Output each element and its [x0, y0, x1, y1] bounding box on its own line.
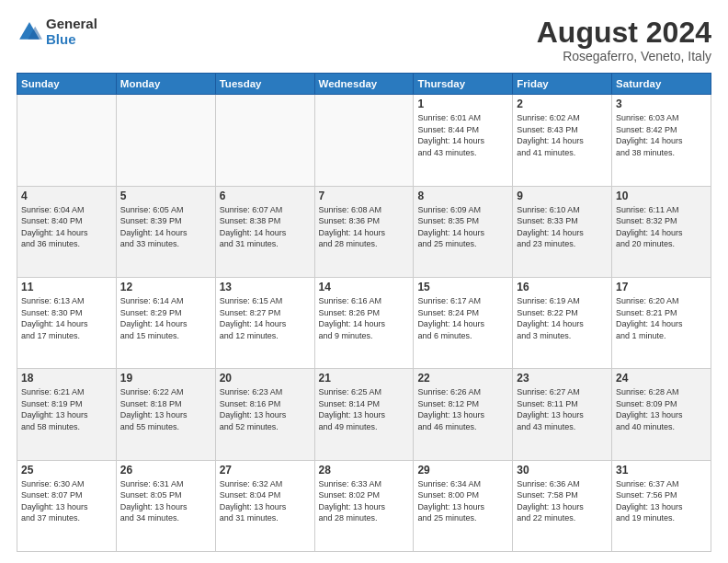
table-row: 23Sunrise: 6:27 AM Sunset: 8:11 PM Dayli…: [513, 369, 612, 460]
day-info: Sunrise: 6:05 AM Sunset: 8:39 PM Dayligh…: [120, 204, 211, 250]
col-wednesday: Wednesday: [314, 74, 414, 95]
day-number: 11: [21, 281, 112, 293]
day-info: Sunrise: 6:04 AM Sunset: 8:40 PM Dayligh…: [21, 204, 112, 250]
day-number: 2: [517, 98, 608, 110]
day-info: Sunrise: 6:22 AM Sunset: 8:18 PM Dayligh…: [120, 386, 211, 432]
table-row: 9Sunrise: 6:10 AM Sunset: 8:33 PM Daylig…: [513, 186, 612, 277]
day-info: Sunrise: 6:30 AM Sunset: 8:07 PM Dayligh…: [21, 478, 112, 524]
day-number: 12: [120, 281, 211, 293]
table-row: 8Sunrise: 6:09 AM Sunset: 8:35 PM Daylig…: [414, 186, 513, 277]
table-row: 20Sunrise: 6:23 AM Sunset: 8:16 PM Dayli…: [215, 369, 314, 460]
day-info: Sunrise: 6:26 AM Sunset: 8:12 PM Dayligh…: [417, 386, 508, 432]
day-info: Sunrise: 6:36 AM Sunset: 7:58 PM Dayligh…: [517, 478, 608, 524]
table-row: 24Sunrise: 6:28 AM Sunset: 8:09 PM Dayli…: [612, 369, 711, 460]
day-info: Sunrise: 6:07 AM Sunset: 8:38 PM Dayligh…: [220, 204, 311, 250]
day-number: 31: [616, 464, 707, 477]
day-info: Sunrise: 6:27 AM Sunset: 8:11 PM Dayligh…: [517, 386, 608, 432]
table-row: 22Sunrise: 6:26 AM Sunset: 8:12 PM Dayli…: [414, 369, 513, 460]
table-row: 30Sunrise: 6:36 AM Sunset: 7:58 PM Dayli…: [513, 460, 612, 551]
day-info: Sunrise: 6:14 AM Sunset: 8:29 PM Dayligh…: [120, 295, 211, 341]
col-friday: Friday: [513, 74, 612, 95]
day-info: Sunrise: 6:03 AM Sunset: 8:42 PM Dayligh…: [616, 112, 707, 158]
table-row: 2Sunrise: 6:02 AM Sunset: 8:43 PM Daylig…: [513, 95, 612, 186]
col-thursday: Thursday: [414, 74, 513, 95]
day-number: 10: [616, 190, 707, 202]
day-info: Sunrise: 6:25 AM Sunset: 8:14 PM Dayligh…: [319, 386, 410, 432]
table-row: 29Sunrise: 6:34 AM Sunset: 8:00 PM Dayli…: [414, 460, 513, 551]
table-row: 13Sunrise: 6:15 AM Sunset: 8:27 PM Dayli…: [215, 277, 314, 368]
calendar-week-row: 25Sunrise: 6:30 AM Sunset: 8:07 PM Dayli…: [17, 460, 711, 551]
table-row: 3Sunrise: 6:03 AM Sunset: 8:42 PM Daylig…: [612, 95, 711, 186]
table-row: 15Sunrise: 6:17 AM Sunset: 8:24 PM Dayli…: [414, 277, 513, 368]
table-row: 17Sunrise: 6:20 AM Sunset: 8:21 PM Dayli…: [612, 277, 711, 368]
day-info: Sunrise: 6:34 AM Sunset: 8:00 PM Dayligh…: [417, 478, 508, 524]
calendar-table: Sunday Monday Tuesday Wednesday Thursday…: [17, 73, 711, 552]
calendar-week-row: 4Sunrise: 6:04 AM Sunset: 8:40 PM Daylig…: [17, 186, 711, 277]
calendar-week-row: 1Sunrise: 6:01 AM Sunset: 8:44 PM Daylig…: [17, 95, 711, 186]
day-info: Sunrise: 6:01 AM Sunset: 8:44 PM Dayligh…: [417, 112, 508, 158]
day-info: Sunrise: 6:20 AM Sunset: 8:21 PM Dayligh…: [616, 295, 707, 341]
table-row: 27Sunrise: 6:32 AM Sunset: 8:04 PM Dayli…: [215, 460, 314, 551]
page-header: General Blue August 2024 Rosegaferro, Ve…: [17, 17, 711, 63]
day-number: 26: [120, 464, 211, 477]
logo: General Blue: [17, 17, 97, 47]
day-info: Sunrise: 6:33 AM Sunset: 8:02 PM Dayligh…: [319, 478, 410, 524]
table-row: 10Sunrise: 6:11 AM Sunset: 8:32 PM Dayli…: [612, 186, 711, 277]
day-number: 22: [417, 372, 508, 385]
table-row: 11Sunrise: 6:13 AM Sunset: 8:30 PM Dayli…: [17, 277, 117, 368]
logo-general-text: General: [46, 17, 97, 32]
day-number: 27: [220, 464, 311, 477]
day-number: 15: [417, 281, 508, 293]
table-row: 12Sunrise: 6:14 AM Sunset: 8:29 PM Dayli…: [116, 277, 215, 368]
table-row: 21Sunrise: 6:25 AM Sunset: 8:14 PM Dayli…: [314, 369, 414, 460]
day-info: Sunrise: 6:28 AM Sunset: 8:09 PM Dayligh…: [616, 386, 707, 432]
calendar-week-row: 18Sunrise: 6:21 AM Sunset: 8:19 PM Dayli…: [17, 369, 711, 460]
table-row: [215, 95, 314, 186]
day-number: 9: [517, 190, 608, 202]
day-number: 5: [120, 190, 211, 202]
day-info: Sunrise: 6:16 AM Sunset: 8:26 PM Dayligh…: [319, 295, 410, 341]
col-monday: Monday: [116, 74, 215, 95]
table-row: [17, 95, 117, 186]
logo-icon: [17, 19, 42, 45]
day-info: Sunrise: 6:02 AM Sunset: 8:43 PM Dayligh…: [517, 112, 608, 158]
table-row: 16Sunrise: 6:19 AM Sunset: 8:22 PM Dayli…: [513, 277, 612, 368]
table-row: 26Sunrise: 6:31 AM Sunset: 8:05 PM Dayli…: [116, 460, 215, 551]
day-info: Sunrise: 6:19 AM Sunset: 8:22 PM Dayligh…: [517, 295, 608, 341]
day-number: 7: [319, 190, 410, 202]
day-info: Sunrise: 6:21 AM Sunset: 8:19 PM Dayligh…: [21, 386, 112, 432]
day-number: 24: [616, 372, 707, 385]
day-number: 4: [21, 190, 112, 202]
month-year-title: August 2024: [537, 17, 711, 49]
day-number: 29: [417, 464, 508, 477]
day-number: 3: [616, 98, 707, 110]
day-number: 30: [517, 464, 608, 477]
day-info: Sunrise: 6:17 AM Sunset: 8:24 PM Dayligh…: [417, 295, 508, 341]
table-row: 6Sunrise: 6:07 AM Sunset: 8:38 PM Daylig…: [215, 186, 314, 277]
day-number: 13: [220, 281, 311, 293]
day-number: 19: [120, 372, 211, 385]
day-number: 18: [21, 372, 112, 385]
day-info: Sunrise: 6:09 AM Sunset: 8:35 PM Dayligh…: [417, 204, 508, 250]
table-row: [314, 95, 414, 186]
day-info: Sunrise: 6:13 AM Sunset: 8:30 PM Dayligh…: [21, 295, 112, 341]
table-row: 14Sunrise: 6:16 AM Sunset: 8:26 PM Dayli…: [314, 277, 414, 368]
table-row: 1Sunrise: 6:01 AM Sunset: 8:44 PM Daylig…: [414, 95, 513, 186]
day-number: 16: [517, 281, 608, 293]
col-tuesday: Tuesday: [215, 74, 314, 95]
col-saturday: Saturday: [612, 74, 711, 95]
day-number: 28: [319, 464, 410, 477]
day-number: 25: [21, 464, 112, 477]
location-subtitle: Rosegaferro, Veneto, Italy: [537, 49, 711, 63]
day-info: Sunrise: 6:10 AM Sunset: 8:33 PM Dayligh…: [517, 204, 608, 250]
day-number: 1: [417, 98, 508, 110]
table-row: 28Sunrise: 6:33 AM Sunset: 8:02 PM Dayli…: [314, 460, 414, 551]
day-info: Sunrise: 6:15 AM Sunset: 8:27 PM Dayligh…: [220, 295, 311, 341]
day-info: Sunrise: 6:23 AM Sunset: 8:16 PM Dayligh…: [220, 386, 311, 432]
calendar-week-row: 11Sunrise: 6:13 AM Sunset: 8:30 PM Dayli…: [17, 277, 711, 368]
table-row: 7Sunrise: 6:08 AM Sunset: 8:36 PM Daylig…: [314, 186, 414, 277]
day-info: Sunrise: 6:32 AM Sunset: 8:04 PM Dayligh…: [220, 478, 311, 524]
logo-blue-text: Blue: [46, 32, 97, 48]
table-row: 19Sunrise: 6:22 AM Sunset: 8:18 PM Dayli…: [116, 369, 215, 460]
day-number: 6: [220, 190, 311, 202]
